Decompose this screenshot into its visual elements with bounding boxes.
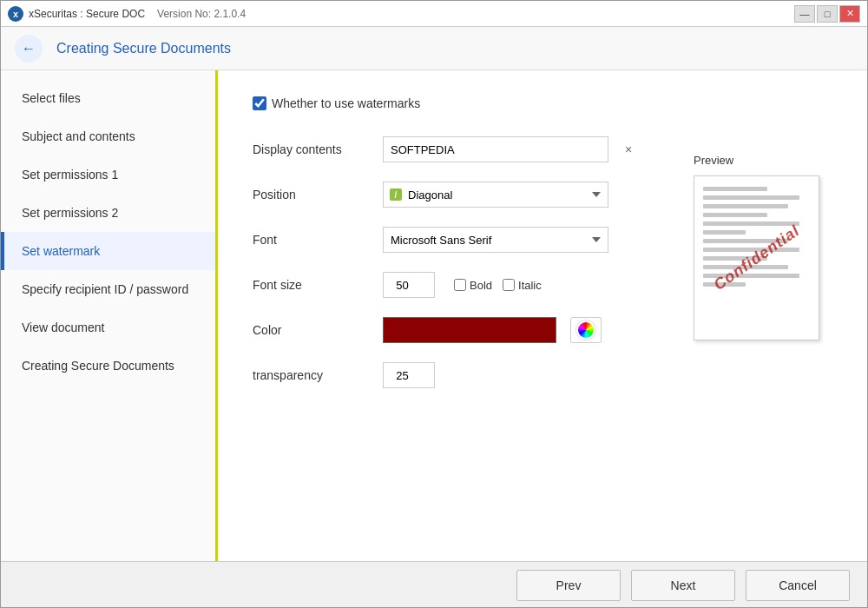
sidebar-item-set-permissions-1[interactable]: Set permissions 1 [1, 155, 215, 194]
preview-line [703, 204, 788, 208]
app-name: xSecuritas : Secure DOC [29, 8, 145, 20]
color-swatch[interactable] [383, 317, 556, 343]
position-label: Position [253, 188, 374, 202]
transparency-row: transparency [253, 362, 676, 388]
display-contents-label: Display contents [253, 142, 374, 156]
title-bar-left: x xSecuritas : Secure DOC Version No: 2.… [8, 6, 246, 22]
content-with-preview: Display contents × Position / Diagonal H… [253, 136, 832, 407]
preview-label: Preview [694, 154, 815, 167]
content-area: Whether to use watermarks Display conten… [218, 70, 867, 561]
watermark-label[interactable]: Whether to use watermarks [272, 96, 420, 110]
window-controls: — □ ✕ [794, 5, 860, 23]
bold-checkbox-label[interactable]: Bold [454, 279, 492, 292]
color-wheel-icon [576, 321, 595, 340]
sidebar-item-view-document[interactable]: View document [1, 308, 215, 347]
app-icon: x [8, 6, 23, 22]
display-contents-input[interactable] [383, 136, 608, 162]
sidebar-item-subject-contents[interactable]: Subject and contents [1, 117, 215, 155]
sidebar-item-creating-secure[interactable]: Creating Secure Documents [1, 347, 215, 385]
font-size-label: Font size [253, 278, 374, 292]
preview-document: Confidential [694, 175, 819, 340]
back-button[interactable]: ← [15, 35, 43, 63]
color-picker-button[interactable] [570, 317, 602, 343]
diagonal-icon: / [390, 188, 402, 201]
transparency-label: transparency [253, 368, 374, 382]
footer: Prev Next Cancel [1, 561, 867, 608]
title-bar: x xSecuritas : Secure DOC Version No: 2.… [1, 1, 867, 27]
preview-line [703, 187, 767, 191]
sidebar-item-specify-recipient[interactable]: Specify recipient ID / password [1, 270, 215, 308]
minimize-button[interactable]: — [794, 5, 815, 23]
font-style-group: Bold Italic [454, 279, 542, 292]
italic-checkbox-label[interactable]: Italic [503, 279, 542, 292]
form-section: Display contents × Position / Diagonal H… [253, 136, 676, 407]
color-label: Color [253, 323, 374, 337]
sidebar-item-set-watermark[interactable]: Set watermark [1, 232, 215, 270]
font-label: Font [253, 233, 374, 247]
preview-line [703, 195, 799, 200]
font-size-input[interactable] [383, 272, 435, 298]
color-row: Color [253, 317, 676, 343]
clear-display-contents-button[interactable]: × [617, 138, 640, 161]
font-select[interactable]: Microsoft Sans Serif Arial Times New Rom… [383, 227, 608, 253]
preview-panel: Preview [676, 136, 832, 407]
version-label: Version No: 2.1.0.4 [157, 8, 246, 20]
close-button[interactable]: ✕ [839, 5, 860, 23]
watermark-checkbox-row: Whether to use watermarks [253, 96, 832, 110]
preview-line [703, 230, 746, 235]
position-row: Position / Diagonal Horizontal Vertical [253, 182, 676, 208]
watermark-checkbox[interactable] [253, 96, 266, 110]
cancel-button[interactable]: Cancel [746, 570, 850, 601]
header-title: Creating Secure Documents [56, 41, 231, 56]
font-size-row: Font size Bold Italic [253, 272, 676, 298]
next-button[interactable]: Next [631, 570, 735, 601]
main-content: Select files Subject and contents Set pe… [1, 70, 867, 561]
back-icon: ← [22, 41, 36, 56]
prev-button[interactable]: Prev [516, 570, 621, 601]
sidebar: Select files Subject and contents Set pe… [1, 70, 218, 561]
sidebar-item-select-files[interactable]: Select files [1, 79, 215, 117]
transparency-input[interactable] [383, 362, 435, 388]
maximize-button[interactable]: □ [817, 5, 838, 23]
preview-line [703, 213, 767, 217]
display-contents-row: Display contents × [253, 136, 676, 162]
bold-checkbox[interactable] [454, 279, 466, 291]
position-select[interactable]: Diagonal Horizontal Vertical [383, 182, 608, 208]
preview-line [703, 221, 799, 226]
position-select-wrapper: / Diagonal Horizontal Vertical [383, 182, 608, 208]
sidebar-item-set-permissions-2[interactable]: Set permissions 2 [1, 194, 215, 232]
italic-checkbox[interactable] [503, 279, 515, 291]
header-bar: ← Creating Secure Documents [1, 27, 867, 70]
font-row: Font Microsoft Sans Serif Arial Times Ne… [253, 227, 676, 253]
